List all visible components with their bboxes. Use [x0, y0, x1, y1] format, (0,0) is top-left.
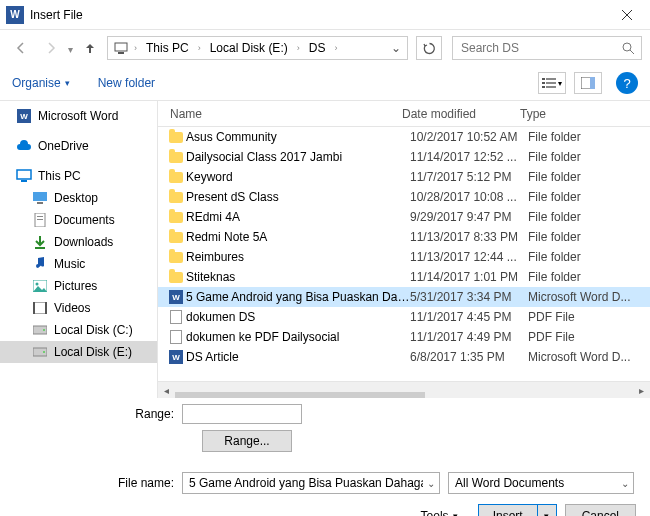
- sidebar-item[interactable]: Pictures: [0, 275, 157, 297]
- forward-button[interactable]: [38, 35, 64, 61]
- close-button[interactable]: [604, 0, 650, 30]
- file-row[interactable]: Present dS Class10/28/2017 10:08 ...File…: [158, 187, 650, 207]
- back-button[interactable]: [8, 35, 34, 61]
- insert-dropdown[interactable]: ▾: [538, 511, 556, 516]
- breadcrumb-ds[interactable]: DS: [306, 39, 329, 57]
- folder-icon: [166, 172, 186, 183]
- pdf-icon: [166, 310, 186, 324]
- file-date: 11/14/2017 12:52 ...: [410, 150, 528, 164]
- sidebar-item[interactable]: Local Disk (C:): [0, 319, 157, 341]
- scroll-right-button[interactable]: ▸: [633, 382, 650, 399]
- sidebar-item[interactable]: Videos: [0, 297, 157, 319]
- svg-rect-16: [37, 216, 43, 217]
- sidebar-item[interactable]: Downloads: [0, 231, 157, 253]
- sidebar-item[interactable]: Music: [0, 253, 157, 275]
- preview-pane-icon: [581, 77, 595, 89]
- file-type-filter[interactable]: All Word Documents ⌄: [448, 472, 634, 494]
- sidebar-item-label: Local Disk (E:): [54, 345, 132, 359]
- range-input[interactable]: [182, 404, 302, 424]
- sidebar-item[interactable]: OneDrive: [0, 135, 157, 157]
- svg-rect-11: [17, 170, 31, 179]
- range-button[interactable]: Range...: [202, 430, 292, 452]
- pc-icon: [16, 169, 32, 183]
- chevron-down-icon[interactable]: ⌄: [427, 478, 435, 489]
- nav-bar: ▾ › This PC › Local Disk (E:) › DS › ⌄: [0, 30, 650, 66]
- file-row[interactable]: Asus Community10/2/2017 10:52 AMFile fol…: [158, 127, 650, 147]
- organise-menu[interactable]: Organise ▾: [12, 76, 70, 90]
- sidebar-item-label: Videos: [54, 301, 90, 315]
- sidebar-item-label: Desktop: [54, 191, 98, 205]
- svg-point-25: [43, 329, 45, 331]
- column-date[interactable]: Date modified: [402, 107, 520, 121]
- sidebar-item[interactable]: WMicrosoft Word: [0, 105, 157, 127]
- arrow-left-icon: [14, 41, 28, 55]
- address-dropdown[interactable]: ⌄: [387, 41, 405, 55]
- help-button[interactable]: ?: [616, 72, 638, 94]
- music-icon: [32, 257, 48, 271]
- column-type[interactable]: Type: [520, 107, 650, 121]
- cancel-button[interactable]: Cancel: [565, 504, 636, 516]
- insert-button[interactable]: Insert ▾: [478, 504, 557, 516]
- chevron-right-icon[interactable]: ›: [297, 43, 300, 53]
- filename-label: File name:: [12, 476, 182, 490]
- svg-point-27: [43, 351, 45, 353]
- file-name: 5 Game Android yang Bisa Puaskan Daha...: [186, 290, 410, 304]
- up-button[interactable]: [77, 35, 103, 61]
- file-date: 11/7/2017 5:12 PM: [410, 170, 528, 184]
- chevron-right-icon[interactable]: ›: [334, 43, 337, 53]
- breadcrumb-local-disk-e[interactable]: Local Disk (E:): [207, 39, 291, 57]
- file-name: Present dS Class: [186, 190, 410, 204]
- svg-rect-12: [21, 180, 27, 182]
- filename-combo[interactable]: 5 Game Android yang Bisa Puaskan Dahaga …: [182, 472, 440, 494]
- sidebar-item[interactable]: Documents: [0, 209, 157, 231]
- sidebar-item[interactable]: Local Disk (E:): [0, 341, 157, 363]
- horizontal-scrollbar[interactable]: ◂ ▸: [158, 381, 650, 398]
- sidebar-item[interactable]: Desktop: [0, 187, 157, 209]
- file-row[interactable]: REdmi 4A9/29/2017 9:47 PMFile folder: [158, 207, 650, 227]
- svg-rect-5: [542, 82, 545, 84]
- file-row[interactable]: Dailysocial Class 2017 Jambi11/14/2017 1…: [158, 147, 650, 167]
- chevron-right-icon[interactable]: ›: [134, 43, 137, 53]
- file-date: 6/8/2017 1:35 PM: [410, 350, 528, 364]
- column-headers: Name Date modified Type: [158, 101, 650, 127]
- sidebar-item-label: Music: [54, 257, 85, 271]
- word-icon: W: [166, 290, 186, 304]
- column-name[interactable]: Name: [158, 107, 402, 121]
- view-details-button[interactable]: ▾: [538, 72, 566, 94]
- nav-sidebar: WMicrosoft WordOneDriveThis PCDesktopDoc…: [0, 101, 158, 398]
- file-date: 11/1/2017 4:49 PM: [410, 330, 528, 344]
- file-row[interactable]: W5 Game Android yang Bisa Puaskan Daha..…: [158, 287, 650, 307]
- chevron-right-icon[interactable]: ›: [198, 43, 201, 53]
- folder-icon: [166, 272, 186, 283]
- tools-menu[interactable]: Tools ▾: [421, 509, 458, 516]
- file-type: File folder: [528, 230, 650, 244]
- file-row[interactable]: Stiteknas11/14/2017 1:01 PMFile folder: [158, 267, 650, 287]
- scroll-thumb[interactable]: [175, 392, 425, 398]
- recent-locations-dropdown[interactable]: ▾: [68, 44, 73, 55]
- file-row[interactable]: dokumen ke PDF Dailysocial11/1/2017 4:49…: [158, 327, 650, 347]
- folder-icon: [166, 152, 186, 163]
- file-name: Reimbures: [186, 250, 410, 264]
- scroll-left-button[interactable]: ◂: [158, 382, 175, 399]
- address-bar[interactable]: › This PC › Local Disk (E:) › DS › ⌄: [107, 36, 408, 60]
- refresh-button[interactable]: [416, 36, 442, 60]
- file-row[interactable]: Keyword11/7/2017 5:12 PMFile folder: [158, 167, 650, 187]
- breadcrumb-this-pc[interactable]: This PC: [143, 39, 192, 57]
- folder-icon: [166, 212, 186, 223]
- file-row[interactable]: WDS Article6/8/2017 1:35 PMMicrosoft Wor…: [158, 347, 650, 367]
- file-row[interactable]: dokumen DS11/1/2017 4:45 PMPDF File: [158, 307, 650, 327]
- file-list[interactable]: Asus Community10/2/2017 10:52 AMFile fol…: [158, 127, 650, 381]
- new-folder-button[interactable]: New folder: [98, 76, 155, 90]
- file-type: Microsoft Word D...: [528, 350, 650, 364]
- sidebar-item[interactable]: This PC: [0, 165, 157, 187]
- word-icon: W: [16, 109, 32, 123]
- file-date: 10/28/2017 10:08 ...: [410, 190, 528, 204]
- search-input[interactable]: [459, 40, 622, 56]
- preview-pane-button[interactable]: [574, 72, 602, 94]
- chevron-down-icon[interactable]: ⌄: [621, 478, 629, 489]
- file-row[interactable]: Reimbures11/13/2017 12:44 ...File folder: [158, 247, 650, 267]
- file-row[interactable]: Redmi Note 5A11/13/2017 8:33 PMFile fold…: [158, 227, 650, 247]
- search-box[interactable]: [452, 36, 642, 60]
- svg-rect-0: [115, 43, 127, 51]
- title-bar: W Insert File: [0, 0, 650, 30]
